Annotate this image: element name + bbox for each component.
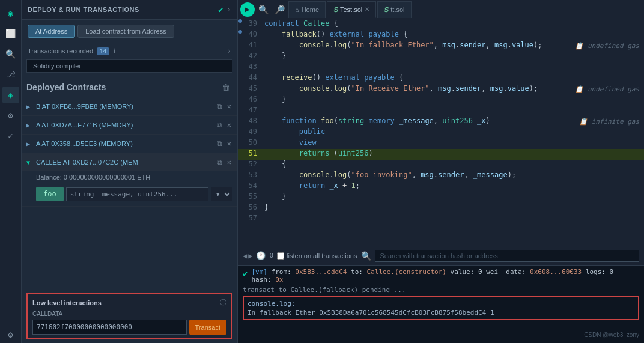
sidebar-item-debug[interactable]: ⚙ — [2, 107, 19, 124]
arrow-right-icon[interactable]: ▶ — [248, 252, 252, 260]
sidebar-item-settings[interactable]: ⚙ — [2, 326, 19, 343]
sidebar-item-verify[interactable]: ✓ — [2, 127, 19, 144]
tt-sol-icon: 𝙎 — [384, 5, 388, 14]
tab-tt-sol[interactable]: 𝙎 tt.sol — [377, 1, 411, 18]
contract-row-a1[interactable]: ▶ A AT 0XD7A...F771B (MEMORY) ⧉ ✕ — [22, 116, 237, 134]
line-content-44: receive() external payable { — [262, 73, 644, 82]
line-content-46: } — [262, 95, 644, 103]
tab-test-sol-label: Test.sol — [340, 6, 362, 13]
code-line-44: 44 receive() external payable { — [238, 73, 644, 84]
transactions-info-icon: ℹ — [113, 47, 115, 55]
contract-row-callee[interactable]: ▼ CALLEE AT 0XB27...07C2C (MEM ⧉ ✕ — [22, 153, 237, 171]
line-number-49: 49 — [243, 127, 262, 136]
line-content-53: console.log("foo invoking", msg.sender, … — [262, 171, 644, 179]
code-line-46: 46 } — [238, 95, 644, 106]
line-gas-48: 📋 infinite gas — [574, 117, 644, 127]
contract-item-a1: ▶ A AT 0XD7A...F771B (MEMORY) ⧉ ✕ — [22, 116, 237, 135]
contract-actions-b: ⧉ ✕ — [216, 101, 232, 112]
transactions-arrow: › — [227, 47, 231, 55]
line-number-54: 54 — [243, 181, 262, 190]
copy-icon-b[interactable]: ⧉ — [216, 101, 223, 112]
search-icon[interactable]: 🔍 — [361, 251, 371, 261]
low-level-section: Low level interactions ⓘ CALLDATA Transa… — [26, 293, 232, 339]
code-line-40: 40 fallback() external payable { — [238, 30, 644, 41]
close-icon-a1[interactable]: ✕ — [226, 120, 232, 130]
deploy-panel: DEPLOY & RUN TRANSACTIONS ✔ › At Address… — [22, 0, 238, 343]
foo-dropdown[interactable]: ▾ — [211, 187, 232, 201]
listen-label: listen on all transactions — [287, 252, 357, 260]
zoom-in-button[interactable]: 🔍 — [256, 4, 271, 16]
close-icon-a2[interactable]: ✕ — [226, 138, 232, 149]
contract-row-a2[interactable]: ▶ A AT 0X358...D5EE3 (MEMORY) ⧉ ✕ — [22, 135, 237, 153]
code-line-49: 49 public — [238, 127, 644, 138]
copy-icon-callee[interactable]: ⧉ — [216, 157, 223, 168]
sidebar-item-files[interactable]: ⬜ — [2, 25, 19, 42]
code-line-43: 43 — [238, 62, 644, 73]
line-number-50: 50 — [243, 138, 262, 147]
line-number-39: 39 — [243, 19, 262, 28]
listen-checkbox-input[interactable] — [277, 252, 284, 260]
code-line-48: 48 function foo(string memory _message, … — [238, 117, 644, 127]
line-number-46: 46 — [243, 95, 262, 103]
clock-icon: 🕐 — [256, 251, 266, 260]
line-content-40: fallback() external payable { — [262, 30, 644, 38]
close-icon-callee[interactable]: ✕ — [226, 157, 232, 168]
close-icon-b[interactable]: ✕ — [226, 101, 232, 112]
code-line-42: 42 } — [238, 52, 644, 62]
contract-actions-a2: ⧉ ✕ — [216, 138, 232, 149]
search-input[interactable] — [375, 250, 640, 262]
load-contract-button[interactable]: Load contract from Address — [77, 25, 174, 38]
sidebar-item-home[interactable]: ◉ — [2, 5, 19, 22]
trash-icon[interactable]: 🗑 — [222, 83, 230, 92]
calldata-row: Transact — [32, 320, 226, 335]
tab-home[interactable]: ⌂ Home — [288, 1, 326, 18]
arrow-left-icon[interactable]: ◀ — [243, 252, 247, 260]
line-number-56: 56 — [243, 203, 262, 211]
console-entry-1-text: [vm] from: 0x5B3...eddC4 to: Callee.(con… — [251, 268, 639, 284]
line-number-47: 47 — [243, 106, 262, 114]
transact-button[interactable]: Transact — [189, 320, 226, 335]
line-number-48: 48 — [243, 117, 262, 125]
foo-button[interactable]: foo — [36, 187, 64, 201]
code-line-47: 47 — [238, 106, 644, 117]
tab-test-sol[interactable]: 𝙎 Test.sol ✕ — [327, 1, 376, 18]
tab-test-sol-close[interactable]: ✕ — [365, 6, 369, 13]
line-content-56: } — [262, 203, 644, 211]
line-content-42: } — [262, 52, 644, 60]
line-content-49: public — [262, 127, 644, 136]
sidebar-item-deploy[interactable]: ◈ — [2, 87, 19, 103]
line-number-40: 40 — [243, 30, 262, 38]
sidebar-item-git[interactable]: ⎇ — [2, 66, 19, 83]
console-check-icon: ✔ — [243, 269, 248, 278]
contract-row-b[interactable]: ▶ B AT 0XFB8...9FBE8 (MEMORY) ⧉ ✕ — [22, 97, 237, 115]
zoom-out-button[interactable]: 🔎 — [272, 4, 287, 16]
code-editor[interactable]: 39 contract Callee { 40 fallback() exter… — [238, 19, 644, 246]
console-entry-2: transact to Callee.(fallback) pending ..… — [243, 286, 639, 294]
line-indicator-39 — [238, 19, 243, 23]
run-button[interactable]: ▶ — [240, 2, 255, 17]
deployed-contracts-header: Deployed Contracts 🗑 — [22, 77, 237, 97]
line-content-54: return _x + 1; — [262, 181, 644, 190]
transactions-label: Transactions recorded — [28, 47, 93, 55]
foo-row: foo ▾ — [22, 184, 237, 206]
foo-input[interactable] — [66, 187, 208, 201]
calldata-input[interactable] — [32, 320, 187, 335]
contract-arrow-b: ▶ — [26, 103, 34, 110]
copy-icon-a2[interactable]: ⧉ — [216, 138, 223, 149]
sidebar-item-search[interactable]: 🔍 — [2, 46, 19, 62]
copy-icon-a1[interactable]: ⧉ — [216, 120, 223, 130]
contract-balance: Balance: 0.000000000000000001 ETH — [22, 171, 237, 184]
line-gas-45: 📋 undefined gas — [570, 84, 644, 94]
editor-tabs: ▶ 🔍 🔎 ⌂ Home 𝙎 Test.sol ✕ 𝙎 tt.sol — [238, 0, 644, 19]
line-content-51: returns (uint256) — [262, 149, 644, 157]
contract-item-b: ▶ B AT 0XFB8...9FBE8 (MEMORY) ⧉ ✕ — [22, 97, 237, 116]
code-line-57: 57 — [238, 214, 644, 225]
deploy-arrow-icon: › — [227, 5, 231, 14]
at-address-button[interactable]: At Address — [28, 25, 75, 38]
tx-count: 0 — [269, 252, 273, 260]
main-area: ▶ 🔍 🔎 ⌂ Home 𝙎 Test.sol ✕ 𝙎 tt.sol 39 — [238, 0, 644, 343]
csdn-watermark: CSDN @web3_zony — [584, 332, 639, 338]
transactions-bar: Transactions recorded 14 ℹ › — [22, 43, 237, 59]
contract-name-b: B AT 0XFB8...9FBE8 (MEMORY) — [36, 103, 213, 110]
code-line-52: 52 { — [238, 160, 644, 171]
